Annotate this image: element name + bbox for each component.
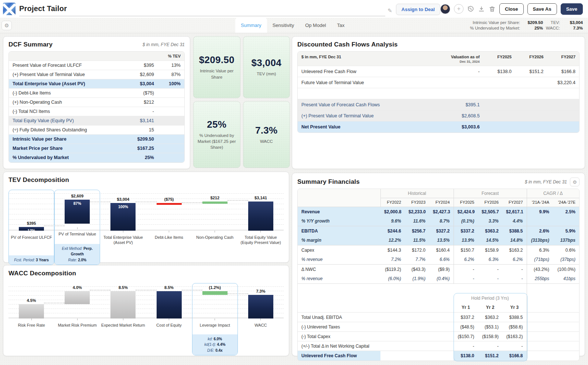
dcf-summary-row: Present Value of Forecast ULFCF$39513% [9,61,184,70]
bar-value-label: $395 [9,221,54,225]
row-value: ($158.9) [478,332,502,341]
chart-column-pv-of-forecast-ulfcf[interactable]: $39513%PV of Forecast ULFCFFcst. Period:… [8,190,54,265]
plus-icon: + [457,6,460,12]
close-button[interactable]: Close [499,3,523,15]
stat-undervalued: % Undervalued by Market:25% [470,26,543,30]
chart-column-debt-like-items: ($75)Debt-Like Items [146,190,192,265]
year-header: Yr 3 [502,303,527,313]
row-value: - [478,265,502,274]
row-value: $163.2 [502,245,527,255]
chart-column-total-equity-value-equity-present-value: $3,141Total Equity Value (Equity Present… [238,190,284,265]
row-value: $3,220.4 [547,77,579,88]
hold-period-years-row: Yr 1Yr 2Yr 3 [298,303,579,313]
row-value: $166.8 [547,66,579,77]
chart-annotation: Exit Method: Perp. GrowthRate: 2.0% [55,244,100,265]
row-value: ($119.2) [380,265,405,274]
bar-value-label: $212 [192,196,237,200]
row-label: Market Price per Share [9,144,114,153]
edit-title-icon[interactable]: ✎ [387,7,392,14]
column-header: FY2026 [478,198,502,207]
chart-bar [157,203,182,205]
trash-icon[interactable] [489,6,496,13]
row-label: (÷) Fully Diluted Shares Outstanding [9,125,114,135]
settings-button[interactable]: ⚙ [1,21,12,30]
chart-column-cost-of-equity: 8.5%Cost of Equity [146,283,192,355]
row-value: 13.9% [454,236,478,245]
avatar[interactable] [440,4,450,14]
row-value: 8.7% [429,217,454,226]
column-header-row: FY2022FY2023FY2024FY2025FY2026FY2027'21A… [298,198,579,207]
row-value: 14.5% [478,236,502,245]
financials-row: Capex$144.3$172.0$160.4$150.7$158.9$163.… [298,245,579,255]
row-value [553,217,579,226]
row-value: (100.0%) [553,265,579,274]
chart-bar [110,291,136,318]
row-value: $2,427.3 [429,207,454,217]
row-value: 25% [114,153,158,162]
chart-column-leverage-impact[interactable]: (1.2%)Leverage Impactkd: 6.0%kd(1-t): 4.… [192,283,238,355]
row-value: (6.0%) [380,274,405,284]
add-user-button[interactable]: + [454,4,464,14]
row-value: 255bps [527,274,553,284]
dcf-analysis-row: Net Present Value$3,003.6 [298,121,579,132]
row-value: 0.6% [553,245,579,255]
save-as-button[interactable]: Save As [527,3,557,15]
history-undo-icon[interactable] [467,6,474,13]
dcf-analysis-card: Discounted Cash Flows Analysis $ in mm, … [292,36,585,169]
row-value: (43.2%) [527,265,553,274]
bar-value-label: $3,004 [100,197,146,202]
row-value [547,121,579,132]
project-title-field[interactable]: Project Tailor [19,1,385,16]
save-button[interactable]: Save [561,3,583,15]
assign-to-deal-button[interactable]: Assign to Deal [396,4,440,15]
row-value: $172.0 [405,245,429,255]
wacc-chart-title: WACC Decomposition [8,270,76,277]
row-label: Unlevered Free Cash Flow [298,351,380,361]
download-icon[interactable] [478,6,485,13]
row-value: 3.3% [478,217,502,226]
dcf-summary-units: $ in mm, FYE Dec 31 [143,42,185,47]
tab-tax[interactable]: Tax [332,17,350,33]
row-value: - [502,265,527,274]
bar-pct-label: 13% [9,228,54,233]
chart-bar [202,202,228,203]
row-value: 5.9% [553,226,579,236]
column-header: FY2022 [380,198,405,207]
row-pct [158,135,184,144]
historical-group-header: Historical [380,189,454,198]
dcf-analysis-table: $ in mm, FYE Dec 31 Valuation as of Dec … [298,52,579,132]
row-label: % Y/Y growth [298,217,380,226]
fy2025-header: FY2025 [483,52,515,66]
dcf-summary-table: % TEV Present Value of Forecast ULFCF$39… [9,52,184,162]
row-value: 6.3% [527,245,553,255]
row-label: % revenue [298,274,380,284]
summary-financials-settings-button[interactable]: ⚙ [570,178,580,186]
dcf-summary-row: Intrinsic Value per Share$209.50 [9,135,184,144]
row-label [298,293,380,303]
axis-label: Debt-Like Items [147,233,192,247]
tab-summary[interactable]: Summary [235,17,267,33]
dcf-analysis-row: Present Value of Forecast Cash Flows$395… [298,99,579,110]
header-stats: Intrinsic Value per Share:$209.50 TEV:$3… [470,20,588,30]
row-label: (+/-) Total Δ in Net Working Capital [298,341,380,351]
metric-card-wacc: 7.3% WACC [243,101,290,168]
row-label: Present Value of Forecast ULFCF [9,61,114,70]
row-value [428,88,483,99]
row-value: ($48.5) [454,322,478,332]
row-label: (-) Debt-Like Items [9,89,114,98]
axis-label: Expected Market Return [100,320,146,331]
row-value: 11.5% [405,236,429,245]
tab-sensitivity[interactable]: Sensitivity [267,17,300,33]
chart-annotation: Fcst. Period: 3 Years [9,255,54,265]
row-pct [158,153,184,162]
row-value: (0.1%) [454,217,478,226]
tev-waterfall-chart: $39513%PV of Forecast ULFCFFcst. Period:… [8,190,284,265]
row-value: 7.2% [380,255,405,265]
row-value: $2,505.7 [478,207,502,217]
axis-label: Risk Free Rate [9,320,54,331]
axis-label: PV of Terminal Value [55,229,100,244]
row-value: $363.2 [478,226,502,236]
row-label: (+) Non-Operating Cash [9,98,114,107]
tab-op-model[interactable]: Op Model [300,17,331,33]
chart-column-pv-of-terminal-value[interactable]: $2,60987%PV of Terminal ValueExit Method… [54,190,100,265]
